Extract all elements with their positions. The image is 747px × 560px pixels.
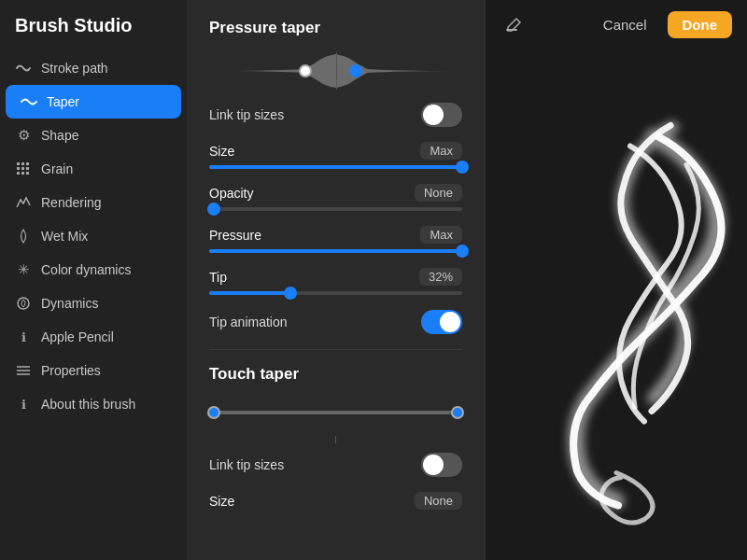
link-tip-sizes-knob [423, 105, 444, 125]
svg-rect-0 [17, 162, 20, 165]
pressure-label: Pressure [209, 228, 261, 243]
touch-taper-fill [209, 411, 462, 414]
opacity-slider-thumb[interactable] [207, 203, 220, 216]
pressure-slider-track[interactable] [209, 249, 462, 253]
tip-slider-fill [209, 291, 290, 295]
shape-icon: ⚙ [15, 127, 32, 144]
tip-animation-label: Tip animation [209, 315, 288, 329]
sidebar-item-grain[interactable]: Grain [0, 152, 187, 186]
preview-panel: Cancel Done [486, 0, 747, 560]
svg-rect-5 [26, 167, 29, 170]
link-tip-sizes-row: Link tip sizes [209, 103, 462, 127]
sidebar-item-dynamics[interactable]: Dynamics [0, 287, 187, 320]
opacity-slider-track[interactable] [209, 207, 462, 211]
size-slider-thumb[interactable] [456, 161, 469, 174]
sidebar: Brush Studio Stroke path Taper ⚙ Shape [0, 0, 187, 560]
sidebar-item-about-label: About this brush [41, 397, 135, 412]
svg-rect-2 [26, 162, 29, 165]
touch-taper-center-line [335, 436, 336, 443]
link-tip-sizes2-row: Link tip sizes [209, 453, 462, 477]
size2-row: Size None [209, 492, 462, 510]
tip-value: 32% [419, 268, 462, 286]
edit-icon[interactable] [500, 12, 527, 38]
sidebar-item-about[interactable]: ℹ About this brush [0, 387, 187, 421]
rendering-icon [15, 194, 32, 211]
link-tip-sizes2-label: Link tip sizes [209, 457, 284, 472]
touch-taper-track[interactable] [209, 411, 462, 414]
sidebar-item-properties[interactable]: Properties [0, 354, 187, 387]
size-value: Max [420, 142, 462, 160]
dynamics-icon [15, 295, 32, 312]
tip-animation-toggle[interactable] [421, 310, 462, 334]
about-icon: ℹ [15, 396, 32, 413]
tip-animation-row: Tip animation [209, 310, 462, 334]
pressure-taper-center-line [336, 52, 337, 90]
wet-mix-icon [15, 228, 32, 245]
link-tip-sizes-label: Link tip sizes [209, 107, 284, 122]
opacity-label: Opacity [209, 186, 253, 201]
properties-icon [15, 362, 32, 379]
opacity-row: Opacity None [209, 184, 462, 202]
svg-rect-4 [21, 167, 24, 170]
opacity-value: None [415, 184, 462, 202]
touch-taper-thumb-right[interactable] [451, 406, 464, 419]
pressure-taper-handle-right[interactable] [349, 64, 362, 77]
touch-taper-title: Touch taper [209, 365, 462, 384]
sidebar-item-rendering[interactable]: Rendering [0, 186, 187, 219]
app-title: Brush Studio [0, 15, 187, 51]
tip-slider-thumb[interactable] [284, 287, 297, 300]
touch-taper-center-indicator [209, 436, 462, 443]
pressure-slider-thumb[interactable] [456, 245, 469, 258]
sidebar-item-dynamics-label: Dynamics [41, 296, 98, 311]
sidebar-item-wet-mix-label: Wet Mix [41, 229, 88, 244]
brush-stroke-preview [486, 49, 747, 560]
main-panel: Pressure taper Link tip sizes Size Max [187, 0, 486, 560]
sidebar-item-shape-label: Shape [41, 128, 78, 143]
sidebar-item-apple-pencil-label: Apple Pencil [41, 329, 114, 344]
size-slider-track[interactable] [209, 165, 462, 169]
svg-rect-8 [26, 172, 29, 175]
tip-label: Tip [209, 270, 227, 285]
pressure-taper-title: Pressure taper [209, 19, 462, 37]
size2-value: None [415, 492, 462, 510]
sidebar-item-color-dynamics-label: Color dynamics [41, 262, 131, 277]
apple-pencil-icon: ℹ [15, 329, 32, 345]
size2-label: Size [209, 494, 234, 509]
tip-slider-track[interactable] [209, 291, 462, 295]
sidebar-item-taper[interactable]: Taper [6, 85, 181, 119]
sidebar-item-grain-label: Grain [41, 161, 73, 176]
sidebar-item-properties-label: Properties [41, 363, 101, 378]
sidebar-item-shape[interactable]: ⚙ Shape [0, 119, 187, 152]
sidebar-item-color-dynamics[interactable]: ✳ Color dynamics [0, 253, 187, 287]
header-buttons: Cancel Done [592, 11, 732, 38]
section-divider [209, 349, 462, 350]
size-label: Size [209, 144, 234, 159]
size-slider-fill [209, 165, 462, 169]
link-tip-sizes2-toggle[interactable] [421, 453, 462, 477]
pressure-row: Pressure Max [209, 226, 462, 244]
tip-animation-knob [440, 312, 460, 332]
size-slider-container [209, 165, 462, 169]
grain-icon [15, 161, 32, 177]
svg-rect-6 [17, 172, 20, 175]
pressure-taper-handle-left[interactable] [299, 64, 312, 77]
svg-rect-1 [21, 162, 24, 165]
tip-row: Tip 32% [209, 268, 462, 286]
touch-taper-thumb-left[interactable] [207, 406, 220, 419]
done-button[interactable]: Done [668, 11, 733, 38]
stroke-path-icon [15, 60, 32, 77]
sidebar-item-stroke-path[interactable]: Stroke path [0, 51, 187, 85]
pressure-taper-visual [209, 52, 462, 90]
preview-canvas [486, 49, 747, 560]
sidebar-item-stroke-path-label: Stroke path [41, 61, 108, 76]
taper-icon [21, 93, 37, 110]
pressure-slider-container [209, 249, 462, 253]
cancel-button[interactable]: Cancel [592, 11, 658, 38]
pressure-slider-fill [209, 249, 462, 253]
sidebar-item-rendering-label: Rendering [41, 195, 102, 210]
svg-rect-3 [17, 167, 20, 170]
size-row: Size Max [209, 142, 462, 160]
sidebar-item-apple-pencil[interactable]: ℹ Apple Pencil [0, 320, 187, 354]
link-tip-sizes-toggle[interactable] [421, 103, 462, 127]
sidebar-item-wet-mix[interactable]: Wet Mix [0, 219, 187, 253]
